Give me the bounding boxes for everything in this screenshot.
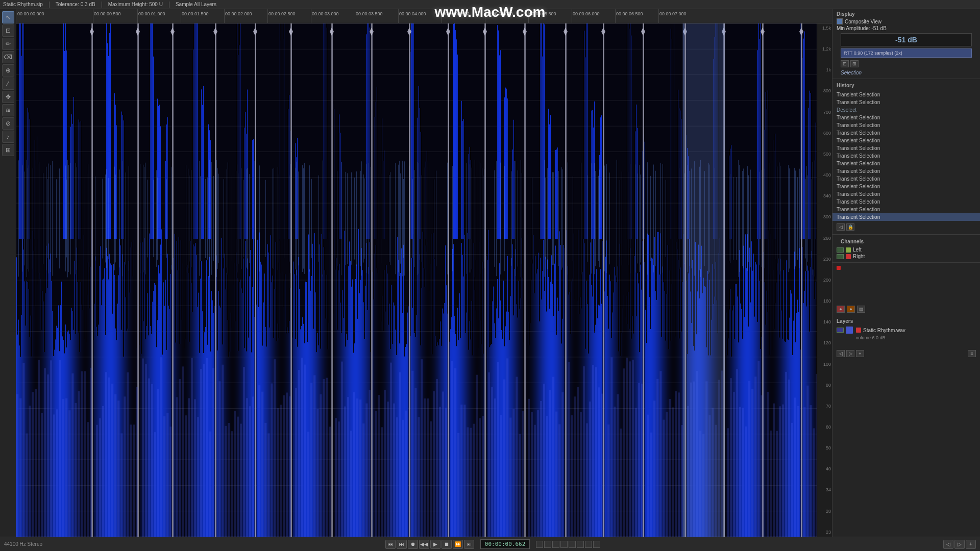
time-marker-13: 00:00:06.500 (616, 11, 643, 16)
panel-gray-icon[interactable]: ▤ (857, 306, 865, 313)
tool-selection[interactable]: ⊡ (2, 24, 14, 37)
transport-to-start[interactable]: ⏮ (385, 540, 396, 549)
history-item-9[interactable]: Transient Selection (832, 160, 980, 167)
scale-1.5k: 1.5k (818, 26, 831, 31)
history-item-5[interactable]: Transient Selection (832, 129, 980, 137)
transport-rewind[interactable]: ◀◀ (419, 540, 429, 549)
watermark: www.MacW.com (435, 4, 546, 20)
layers-title: Layers (832, 317, 980, 325)
history-item-8[interactable]: Transient Selection (832, 152, 980, 160)
history-icon-row: ◁ 🔒 (832, 222, 980, 232)
channel-left-eye[interactable] (837, 247, 844, 253)
panel-bottom-controls: ◁ ▷ + ≡ (832, 348, 980, 359)
history-item-7[interactable]: Transient Selection (832, 144, 980, 152)
history-item-10[interactable]: Transient Selection (832, 167, 980, 175)
transient-marker-7 (332, 23, 333, 537)
panel-red-icon[interactable]: ● (837, 306, 845, 313)
history-item-15[interactable]: Transient Selection (832, 206, 980, 213)
toolbar-tolerance-group: Tolerance: 0.3 dB (56, 2, 95, 7)
panel-spacer-h (866, 350, 966, 357)
display-icon-2[interactable]: ⊞ (850, 60, 859, 67)
time-marker-0: 00:00:00.000 (17, 11, 44, 16)
history-item-16-active[interactable]: Transient Selection (832, 213, 980, 221)
history-lock-icon[interactable]: 🔒 (846, 223, 854, 231)
tool-slice[interactable]: ∕ (2, 78, 14, 90)
transport-to-end[interactable]: ⏭ (397, 540, 407, 549)
transient-marker-13 (566, 23, 567, 537)
history-item-deselect[interactable]: Deselect (832, 106, 980, 114)
history-back-icon[interactable]: ◁ (837, 223, 845, 231)
time-line-14 (658, 9, 659, 23)
tool-speaker[interactable]: ♪ (2, 131, 14, 143)
history-list: Transient Selection Transient Selection … (832, 90, 980, 222)
scale-40: 40 (818, 466, 831, 471)
panel-ctrl-1[interactable]: ◁ (837, 350, 845, 357)
history-item-6[interactable]: Transient Selection (832, 137, 980, 144)
tool-extra[interactable]: ⊞ (2, 144, 14, 156)
channel-right-color (846, 254, 851, 259)
history-item-14[interactable]: Transient Selection (832, 198, 980, 206)
tool-cursor[interactable]: ↖ (2, 11, 14, 23)
transport-right-3[interactable]: + (966, 540, 976, 549)
channel-left-label: Left (853, 247, 862, 253)
tool-edit[interactable]: ≋ (2, 104, 14, 116)
waveform-display[interactable] (16, 23, 832, 537)
display-icon-1[interactable]: ⊡ (841, 60, 849, 67)
time-marker-6: 00:00:03.000 (312, 11, 339, 16)
scale-120: 120 (818, 340, 831, 345)
history-item-0[interactable]: Transient Selection (832, 91, 980, 98)
scale-28: 28 (818, 509, 831, 514)
tool-scrub[interactable]: ⊘ (2, 117, 14, 130)
transport-loop[interactable]: ⏯ (464, 540, 474, 549)
sample-all-label: Sample All Layers (176, 2, 216, 7)
time-marker-14: 00:00:07.000 (659, 11, 687, 16)
composite-view-label: Composite View (845, 19, 881, 24)
tool-eraser[interactable]: ⌫ (2, 51, 14, 63)
scale-200: 200 (818, 278, 831, 283)
transport-right-controls: ◁ ▷ + (943, 540, 976, 549)
scale-600: 600 (818, 131, 831, 136)
transient-marker-3 (173, 23, 174, 537)
transport-play[interactable]: ▶ (430, 540, 440, 549)
toolbar-file-group: Static Rhythm.sip (3, 2, 43, 7)
indicator-8 (593, 541, 600, 548)
panel-ctrl-3[interactable]: + (856, 350, 864, 357)
channels-section: Channels Left Right (832, 235, 980, 263)
transient-marker-18 (763, 23, 764, 537)
composite-view-checkbox[interactable] (837, 18, 843, 24)
scale-1k: 1k (818, 67, 831, 72)
time-marker-12: 00:00:06.000 (573, 11, 600, 16)
tool-zoom[interactable]: ⊕ (2, 64, 14, 77)
channel-right-eye[interactable] (837, 254, 844, 259)
transport-right-1[interactable]: ◁ (943, 540, 953, 549)
transport-right-2[interactable]: ▷ (954, 540, 965, 549)
layer-item-0: Static Rhythm.wav (832, 325, 980, 335)
history-item-1[interactable]: Transient Selection (832, 98, 980, 106)
transport-record[interactable]: ⏺ (408, 540, 418, 549)
scale-70: 70 (818, 404, 831, 409)
channel-left-color (846, 247, 851, 253)
panel-bottom-icons: ● ● ▤ (832, 304, 980, 315)
history-item-13[interactable]: Transient Selection (832, 190, 980, 198)
transport-ff[interactable]: ⏩ (453, 540, 463, 549)
indicator-7 (585, 541, 592, 548)
tool-pencil[interactable]: ✏ (2, 38, 14, 50)
time-marker-2: 00:00:01.000 (138, 11, 165, 16)
transport-stop[interactable]: ⏹ (442, 540, 452, 549)
history-item-3[interactable]: Transient Selection (832, 114, 980, 121)
tool-move[interactable]: ✥ (2, 91, 14, 103)
panel-ctrl-4[interactable]: ≡ (968, 350, 976, 357)
history-item-12[interactable]: Transient Selection (832, 183, 980, 190)
history-item-11[interactable]: Transient Selection (832, 175, 980, 183)
history-item-4[interactable]: Transient Selection (832, 121, 980, 129)
transient-marker-5 (255, 23, 256, 537)
display-title: Display (837, 11, 976, 17)
time-line-12 (572, 9, 572, 23)
panel-spacer (832, 273, 980, 304)
tolerance-label: Tolerance: 0.3 dB (56, 2, 95, 7)
panel-ctrl-2[interactable]: ▷ (846, 350, 854, 357)
toolbar-height-group: Maximum Height: 500 U (108, 2, 163, 7)
waveform-main-area[interactable]: 00:00:00.000 00:00:00.500 00:00:01.000 0… (16, 9, 832, 537)
layer-eye-icon[interactable] (837, 328, 844, 333)
panel-orange-icon[interactable]: ● (847, 306, 855, 313)
